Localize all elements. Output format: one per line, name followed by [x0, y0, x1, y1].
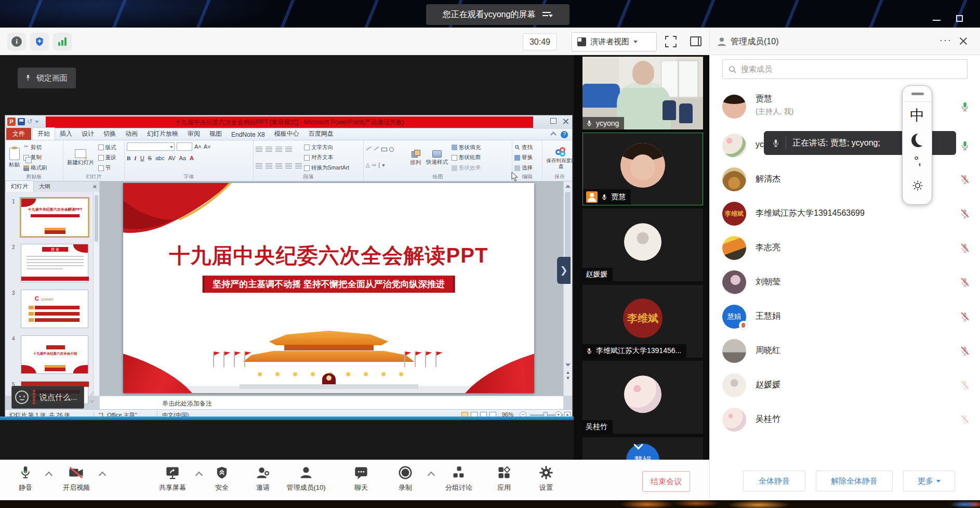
mute-button[interactable]: 静音 [1, 464, 50, 492]
mic-on-icon[interactable] [959, 101, 971, 112]
unmute-all-button[interactable]: 解除全体静音 [816, 471, 893, 491]
member-row[interactable]: 李志亮 [722, 231, 973, 265]
member-row[interactable]: 慧娟 王慧娟 [722, 299, 973, 334]
shapes-more-icon[interactable]: ▾ [382, 162, 385, 168]
quick-chat-input[interactable]: 说点什么... [11, 386, 84, 409]
shape-line-icon[interactable] [366, 147, 372, 150]
network-quality-button[interactable] [53, 33, 72, 50]
video-tile-wuguizhu[interactable]: 吴桂竹 [582, 361, 703, 434]
member-row[interactable]: 解清杰 [722, 162, 973, 197]
ppt-restore-icon[interactable] [550, 118, 557, 124]
align-center-button[interactable] [266, 163, 272, 169]
member-row[interactable]: 吴桂竹 [722, 402, 973, 437]
strikethrough-button[interactable]: S [148, 155, 152, 161]
reset-button[interactable]: 重设 [98, 154, 116, 161]
bullets-button[interactable] [256, 147, 262, 152]
shape-triangle-icon[interactable]: △ [366, 162, 370, 168]
indent-more-button[interactable] [285, 147, 292, 152]
video-tile-ycyong[interactable]: ycyong [582, 57, 703, 129]
slide-thumbnail-1[interactable]: 1 十九届中央纪委六次全会解读PPT [21, 198, 88, 237]
shadow-button[interactable]: abc [155, 155, 165, 161]
breakout-rooms-button[interactable]: 分组讨论 [434, 464, 484, 492]
slide-thumbnail-2[interactable]: 2 前 言 [21, 244, 88, 282]
outline-tab[interactable]: 大纲 [34, 181, 56, 192]
video-tile-liweibin[interactable]: 李维斌 李维斌江苏大学1391456... [582, 285, 703, 358]
member-row[interactable]: 贾慧 (主持人, 我) [722, 89, 973, 124]
slide-thumbnail-3[interactable]: 3 CCONTENT [21, 290, 88, 328]
slide-panel-close-icon[interactable]: ✕ [92, 184, 97, 190]
shape-line2-icon[interactable] [374, 147, 379, 150]
mic-muted-icon[interactable] [959, 174, 971, 185]
mic-on-icon[interactable] [959, 140, 971, 151]
scroll-up-icon[interactable] [565, 185, 571, 188]
underline-button[interactable]: U [140, 155, 144, 161]
save-icon[interactable] [18, 118, 25, 125]
video-tile-zhaoyuanyuan[interactable]: 赵媛媛 [582, 209, 703, 281]
ppt-tab-templates[interactable]: 模板中心 [270, 128, 304, 140]
scroll-down-icon[interactable] [565, 363, 571, 367]
slides-tab[interactable]: 幻灯片 [5, 180, 34, 192]
ppt-tab-baidu[interactable]: 百度网盘 [304, 128, 338, 140]
toggle-panel-button[interactable] [690, 36, 701, 46]
invite-button[interactable]: 邀请 [238, 464, 288, 492]
paste-button[interactable]: 粘贴 [7, 142, 21, 173]
ppt-tab-review[interactable]: 审阅 [183, 128, 205, 140]
shape-fill-button[interactable]: 形状填充 [452, 144, 481, 151]
ppt-tab-animations[interactable]: 动画 [121, 128, 142, 140]
mic-muted-icon[interactable] [959, 208, 971, 219]
slide-scrollbar[interactable]: ▲▼ [563, 181, 572, 396]
mic-muted-icon[interactable] [959, 242, 971, 254]
align-right-button[interactable] [275, 163, 282, 169]
shape-effects-button[interactable]: 形状效果 [452, 164, 481, 172]
meeting-info-button[interactable]: i [7, 33, 26, 50]
section-button[interactable]: 节 [98, 164, 116, 172]
collapse-video-strip-icon[interactable] [634, 440, 643, 449]
ppt-close-icon[interactable] [563, 118, 569, 124]
shape-brace-icon[interactable]: { [378, 162, 380, 168]
next-page-overlay-button[interactable]: ❯ [557, 257, 571, 284]
lock-view-button[interactable]: 锁定画面 [18, 68, 76, 88]
chat-button[interactable]: 聊天 [336, 464, 386, 492]
view-mode-dropdown[interactable]: 演讲者视图 [572, 32, 657, 51]
font-size-select[interactable] [177, 142, 192, 151]
smartart-button[interactable]: 转换为SmartArt [304, 164, 349, 172]
italic-button[interactable]: I [134, 155, 136, 161]
save-to-cloud-button[interactable]: 保存到百度网盘 [545, 142, 578, 173]
start-video-button[interactable]: 开启视频 [51, 464, 101, 492]
arrange-button[interactable]: 排列 [408, 142, 422, 173]
grow-font-button[interactable]: A˄ [194, 144, 202, 150]
thumbnail-scrollbar[interactable] [93, 192, 99, 396]
collapse-down-icon[interactable] [89, 400, 95, 403]
ppt-tab-transitions[interactable]: 切换 [99, 128, 121, 140]
cut-button[interactable]: 剪切 [23, 144, 47, 151]
panel-more-icon[interactable]: ··· [939, 35, 955, 47]
ppt-tab-home[interactable]: 开始 [32, 127, 55, 140]
member-row[interactable]: 刘朝莹 [722, 265, 973, 299]
mic-muted-icon[interactable] [959, 414, 971, 425]
member-row[interactable]: 周晓红 [722, 334, 973, 368]
justify-button[interactable] [285, 163, 292, 169]
shape-outline-button[interactable]: 形状轮廓 [452, 154, 481, 161]
search-input[interactable]: 搜索成员 [722, 59, 968, 79]
copy-button[interactable]: 复制 [23, 154, 47, 161]
shape-ellipse-icon[interactable] [389, 147, 394, 152]
ime-drag-handle[interactable] [911, 93, 924, 95]
manage-members-button[interactable]: 管理成员(10) [281, 464, 331, 492]
minimize-icon[interactable] [933, 20, 941, 21]
shape-rect-icon[interactable] [381, 148, 387, 151]
member-row[interactable]: 赵媛媛 [722, 368, 973, 402]
help-icon[interactable]: ? [561, 131, 568, 138]
new-slide-button[interactable]: 新建幻灯片 [65, 142, 96, 173]
panel-close-icon[interactable] [958, 36, 969, 46]
change-case-button[interactable]: Aa [179, 155, 186, 161]
text-direction-button[interactable]: 文字方向 [304, 144, 349, 151]
video-tile-jiahui[interactable]: 贾慧 [582, 133, 703, 205]
numbering-button[interactable] [266, 147, 272, 152]
font-name-select[interactable] [127, 142, 175, 151]
slide-thumbnail-4[interactable]: 4 十九届中央纪委六次全会介绍 [21, 335, 88, 374]
columns-button[interactable] [295, 163, 302, 169]
ime-settings-gear-icon[interactable] [911, 179, 924, 192]
find-button[interactable]: 查找 [514, 144, 533, 151]
ime-halfwidth-moon-icon[interactable] [911, 134, 925, 147]
mute-all-button[interactable]: 全体静音 [743, 471, 805, 491]
